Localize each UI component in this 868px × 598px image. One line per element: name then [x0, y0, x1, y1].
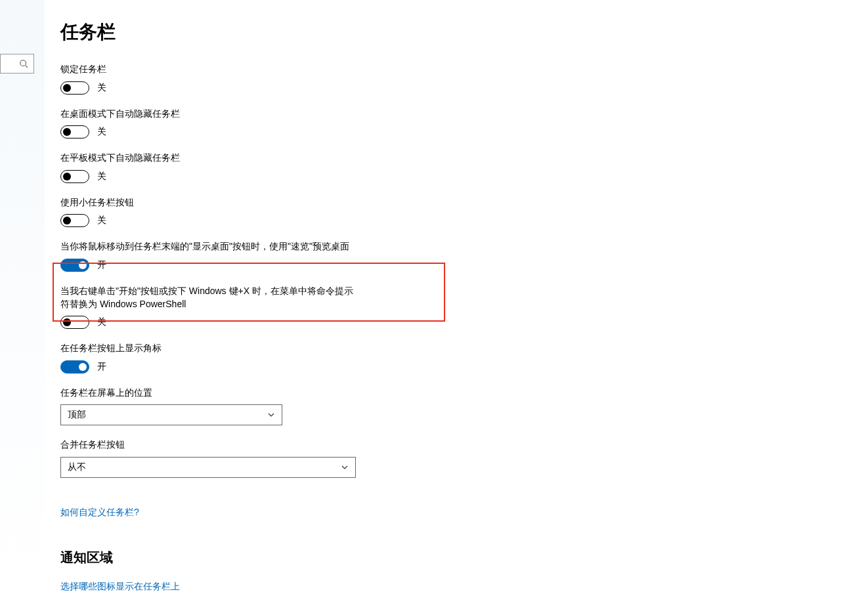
toggle-state: 开	[97, 259, 106, 271]
chevron-down-icon	[341, 463, 349, 471]
select-value: 顶部	[68, 409, 86, 421]
toggle-state: 关	[97, 215, 106, 226]
select-combine-buttons[interactable]: 从不	[60, 457, 356, 478]
toggle-autohide-desktop[interactable]	[60, 125, 89, 139]
settings-sidebar	[0, 0, 45, 598]
main-content: 任务栏 锁定任务栏 关 在桌面模式下自动隐藏任务栏 关 在平板模式下自动隐藏任务…	[60, 20, 520, 598]
setting-label: 在桌面模式下自动隐藏任务栏	[60, 108, 356, 121]
setting-peek: 当你将鼠标移动到任务栏末端的"显示桌面"按钮时，使用"速览"预览桌面 开	[60, 240, 520, 272]
setting-autohide-tablet: 在平板模式下自动隐藏任务栏 关	[60, 152, 520, 183]
setting-label: 锁定任务栏	[60, 63, 356, 76]
toggle-lock-taskbar[interactable]	[60, 81, 89, 95]
toggle-badges[interactable]	[60, 360, 89, 374]
setting-label: 当我右键单击"开始"按钮或按下 Windows 键+X 时，在菜单中将命令提示符…	[60, 285, 356, 310]
setting-powershell: 当我右键单击"开始"按钮或按下 Windows 键+X 时，在菜单中将命令提示符…	[60, 285, 520, 329]
toggle-state: 关	[97, 316, 106, 328]
link-customize-taskbar[interactable]: 如何自定义任务栏?	[60, 507, 139, 519]
setting-label: 当你将鼠标移动到任务栏末端的"显示桌面"按钮时，使用"速览"预览桌面	[60, 240, 356, 253]
setting-small-buttons: 使用小任务栏按钮 关	[60, 196, 520, 228]
setting-label: 合并任务栏按钮	[60, 438, 356, 452]
section-heading-notification: 通知区域	[60, 549, 520, 566]
toggle-state: 关	[97, 82, 106, 94]
setting-label: 在任务栏按钮上显示角标	[60, 342, 356, 355]
svg-point-0	[20, 60, 26, 66]
link-select-icons[interactable]: 选择哪些图标显示在任务栏上	[60, 581, 520, 593]
toggle-state: 开	[97, 361, 106, 373]
setting-lock-taskbar: 锁定任务栏 关	[60, 63, 520, 95]
toggle-state: 关	[97, 171, 106, 182]
select-value: 从不	[68, 461, 86, 473]
svg-line-1	[26, 66, 28, 68]
setting-label: 在平板模式下自动隐藏任务栏	[60, 152, 356, 165]
setting-label: 任务栏在屏幕上的位置	[60, 387, 356, 400]
search-input[interactable]	[0, 54, 34, 74]
toggle-autohide-tablet[interactable]	[60, 170, 89, 183]
setting-label: 使用小任务栏按钮	[60, 196, 356, 209]
toggle-state: 关	[97, 126, 106, 138]
page-title: 任务栏	[60, 20, 520, 45]
toggle-peek[interactable]	[60, 259, 89, 272]
chevron-down-icon	[267, 411, 275, 419]
setting-position: 任务栏在屏幕上的位置 顶部	[60, 387, 520, 426]
setting-autohide-desktop: 在桌面模式下自动隐藏任务栏 关	[60, 108, 520, 139]
select-taskbar-position[interactable]: 顶部	[60, 404, 282, 425]
search-icon	[19, 59, 28, 68]
setting-badges: 在任务栏按钮上显示角标 开	[60, 342, 520, 374]
setting-combine: 合并任务栏按钮 从不	[60, 438, 520, 478]
toggle-powershell[interactable]	[60, 316, 89, 329]
toggle-small-buttons[interactable]	[60, 214, 89, 227]
